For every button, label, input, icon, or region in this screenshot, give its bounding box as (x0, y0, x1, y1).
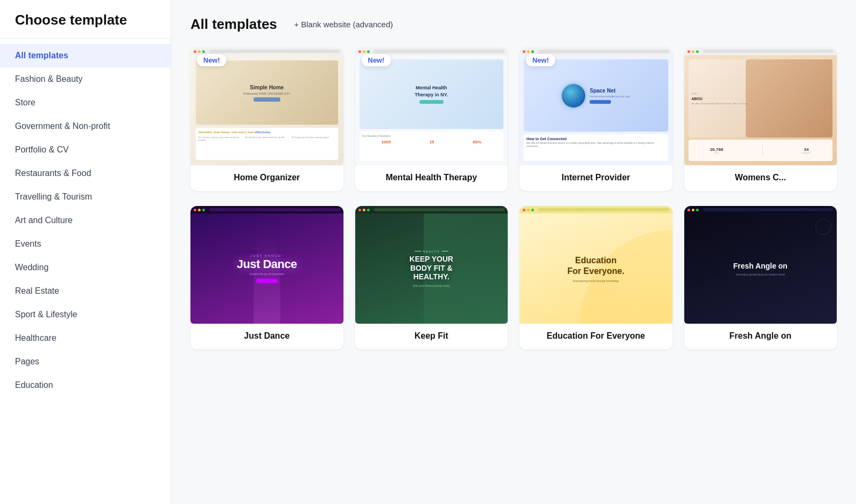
card-preview-just-dance: JUST DANCE! Just Dance Explore the joy o… (190, 206, 343, 324)
chrome-dot-red-4 (687, 50, 690, 53)
card-label-home-organizer: Home Organizer (190, 165, 343, 191)
sidebar-item-art-culture[interactable]: Art and Culture (0, 209, 171, 232)
chrome-dot-yellow-3 (527, 50, 530, 53)
new-badge-mental-health: New! (362, 54, 391, 66)
card-label-mental-health: Mental Health Therapy (355, 165, 508, 191)
sidebar-item-sport-lifestyle[interactable]: Sport & Lifestyle (0, 303, 171, 326)
sidebar-item-fashion-beauty[interactable]: Fashion & Beauty (0, 67, 171, 91)
sidebar-item-portfolio-cv[interactable]: Portfolio & CV (0, 138, 171, 162)
card-preview-internet-provider: New! Space Net Internet access (519, 48, 672, 165)
main-content: All templates + Blank website (advanced)… (171, 0, 856, 504)
chrome-addr-4 (703, 50, 834, 53)
sidebar-item-all-templates[interactable]: All templates (0, 44, 171, 67)
card-preview-keep-fit: HEALTH KEEP YOURBODY FIT &HEALTHY. Start… (355, 206, 508, 324)
sidebar-item-real-estate[interactable]: Real Estate (0, 279, 171, 303)
chrome-addr (209, 50, 340, 53)
chrome-dot-green-8 (696, 209, 699, 211)
chrome-dot-red (194, 50, 196, 53)
chrome-dot-green-6 (367, 209, 370, 211)
sidebar: Choose template All templates Fashion & … (0, 0, 171, 504)
card-preview-mental-health: New! Mental HealthTherapy in NY. (355, 48, 508, 165)
chrome-dot-green-7 (531, 209, 534, 211)
sidebar-item-restaurants-food[interactable]: Restaurants & Food (0, 162, 171, 185)
blank-website-button[interactable]: + Blank website (advanced) (288, 17, 400, 32)
card-preview-education: EducationFor Everyone. Empowering minds … (519, 206, 672, 324)
chrome-dot-yellow-2 (363, 50, 365, 53)
sidebar-item-events[interactable]: Events (0, 232, 171, 256)
card-label-fresh-angle: Fresh Angle on (684, 324, 837, 349)
template-card-mental-health[interactable]: New! Mental HealthTherapy in NY. (355, 48, 508, 191)
new-badge-internet-provider: New! (526, 54, 555, 66)
chrome-addr-3 (538, 50, 669, 53)
chrome-addr-5 (209, 208, 340, 211)
chrome-dot-red-6 (358, 209, 361, 211)
chrome-dot-yellow-7 (527, 209, 530, 211)
chrome-dot-yellow-8 (692, 209, 694, 211)
chrome-addr-7 (538, 208, 669, 211)
template-card-internet-provider[interactable]: New! Space Net Internet access (519, 48, 672, 191)
chrome-dot-yellow (198, 50, 201, 53)
chrome-dot-yellow-5 (198, 209, 201, 211)
template-card-just-dance[interactable]: JUST DANCE! Just Dance Explore the joy o… (190, 206, 343, 349)
card-label-womens-clothing: Womens C... (684, 165, 837, 191)
page-title: All templates (190, 16, 277, 33)
template-card-fresh-angle[interactable]: Fresh Angle on Innovative perspectives f… (684, 206, 837, 349)
chrome-dot-green-2 (367, 50, 370, 53)
chrome-dot-green (202, 50, 205, 53)
sidebar-nav: All templates Fashion & Beauty Store Gov… (0, 39, 171, 402)
chrome-addr-6 (374, 208, 505, 211)
chrome-dot-red-5 (194, 209, 196, 211)
sidebar-item-travelling-tourism[interactable]: Travelling & Tourism (0, 185, 171, 209)
card-label-keep-fit: Keep Fit (355, 324, 508, 349)
sidebar-item-pages[interactable]: Pages (0, 350, 171, 373)
chrome-addr-2 (374, 50, 505, 53)
sidebar-title: Choose template (0, 0, 171, 39)
card-preview-home-organizer: New! Simple Home Professional HOME ORGAN… (190, 48, 343, 165)
card-label-education-for-everyone: Education For Everyone (519, 324, 672, 349)
chrome-dot-yellow-4 (692, 50, 694, 53)
main-header: All templates + Blank website (advanced) (190, 16, 837, 33)
card-label-just-dance: Just Dance (190, 324, 343, 349)
sidebar-item-education[interactable]: Education (0, 373, 171, 397)
chrome-addr-8 (703, 208, 834, 211)
template-grid: New! Simple Home Professional HOME ORGAN… (190, 48, 837, 349)
sidebar-item-government-nonprofit[interactable]: Government & Non-profit (0, 114, 171, 138)
template-card-keep-fit[interactable]: HEALTH KEEP YOURBODY FIT &HEALTHY. Start… (355, 206, 508, 349)
chrome-dot-green-4 (696, 50, 699, 53)
new-badge-home-organizer: New! (197, 54, 226, 66)
sidebar-item-wedding[interactable]: Wedding (0, 256, 171, 279)
template-card-womens-clothing[interactable]: AWC ABOU We offer fast and steady intern… (684, 48, 837, 191)
chrome-dot-red-2 (358, 50, 361, 53)
chrome-dot-red-8 (687, 209, 690, 211)
chrome-dot-red-7 (523, 209, 525, 211)
chrome-dot-yellow-6 (363, 209, 365, 211)
chrome-dot-green-5 (202, 209, 205, 211)
card-preview-fresh-angle: Fresh Angle on Innovative perspectives f… (684, 206, 837, 324)
chrome-dot-red-3 (523, 50, 525, 53)
card-label-internet-provider: Internet Provider (519, 165, 672, 191)
sidebar-item-healthcare[interactable]: Healthcare (0, 326, 171, 350)
card-preview-womens: AWC ABOU We offer fast and steady intern… (684, 48, 837, 165)
template-card-education-for-everyone[interactable]: EducationFor Everyone. Empowering minds … (519, 206, 672, 349)
template-card-home-organizer[interactable]: New! Simple Home Professional HOME ORGAN… (190, 48, 343, 191)
chrome-dot-green-3 (531, 50, 534, 53)
sidebar-item-store[interactable]: Store (0, 91, 171, 114)
